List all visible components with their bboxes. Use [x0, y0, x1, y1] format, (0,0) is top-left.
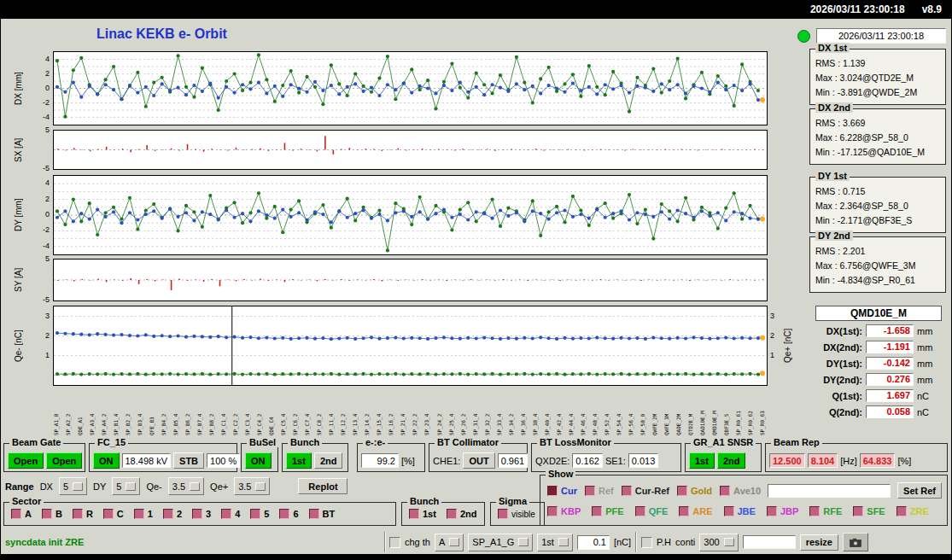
interval-select[interactable]: 300	[699, 534, 738, 551]
show-option-cur-ref[interactable]: Cur-Ref	[622, 486, 669, 496]
extra-input[interactable]	[743, 535, 796, 549]
qxd2e-label: QXD2E:	[535, 456, 569, 466]
bunch-option-2nd[interactable]: 2nd	[447, 509, 477, 519]
monitor-row-value: 0.276	[866, 373, 914, 386]
threshold-field[interactable]: 0.1	[577, 535, 610, 550]
fc15-stb-button[interactable]: STB	[173, 452, 204, 469]
show-sector-option-pfe[interactable]: PFE	[592, 506, 623, 516]
beam-gate-open1-button[interactable]: Open	[8, 452, 44, 469]
beam-gate-group: Beam Gate Open Open	[3, 443, 85, 472]
x-axis-device-label: SP_C3_4	[244, 386, 251, 435]
beam-gate-open2-button[interactable]: Open	[46, 452, 82, 469]
x-axis-device-label: SP_36_4	[520, 386, 527, 435]
ph-checkbox[interactable]	[641, 537, 652, 548]
show-sector-option-label: SFE	[867, 506, 885, 516]
show-sector-option-kbp[interactable]: KBP	[547, 506, 581, 516]
sector-option-4[interactable]: 4	[221, 509, 240, 519]
x-axis-device-label: SP_A4_2	[101, 386, 108, 435]
y-tick: 5	[24, 125, 50, 134]
status-toolbar: chg th A SP_A1_G 1st 0.1 [nC] P.H conti …	[389, 533, 868, 551]
bunch-2nd-button[interactable]: 2nd	[314, 452, 343, 469]
gr-a1-snsr-title: GR_A1 SNSR	[691, 437, 756, 447]
monitor-row: DY(1st):-0.142mm	[809, 357, 948, 370]
sector-option-b[interactable]: B	[42, 509, 62, 519]
busel-group: BuSel ON	[241, 443, 278, 472]
show-option-cur[interactable]: Cur	[547, 486, 577, 496]
ref-name-input[interactable]	[768, 484, 891, 498]
range-dx-select[interactable]: 5	[59, 477, 87, 495]
sector-option-a[interactable]: A	[11, 509, 32, 519]
show-sector-option-rfe[interactable]: RFE	[809, 506, 842, 516]
monitor-row-unit: mm	[917, 359, 932, 369]
chg-th-checkbox[interactable]	[389, 537, 400, 548]
sector-option-2[interactable]: 2	[163, 509, 182, 519]
snsr-2nd-button[interactable]: 2nd	[717, 452, 746, 469]
mode-value: A	[439, 537, 445, 547]
show-sector-option-qfe[interactable]: QFE	[635, 506, 669, 516]
y-tick: 2	[24, 331, 50, 340]
sigma-visible-checkbox[interactable]	[498, 509, 508, 519]
show-sector-option-jbp[interactable]: JBP	[767, 506, 798, 516]
fc15-on-button[interactable]: ON	[93, 452, 120, 469]
che1-out-button[interactable]: OUT	[463, 452, 494, 469]
x-axis-device-label: SP_A2_2	[65, 386, 72, 435]
sector-option-1[interactable]: 1	[134, 509, 153, 519]
snsr-1st-button[interactable]: 1st	[689, 452, 715, 469]
beam-gate-title: Beam Gate	[9, 437, 63, 447]
set-ref-button[interactable]: Set Ref	[897, 482, 942, 499]
monitor-row-value: 1.697	[866, 389, 914, 402]
monitor-row-label: DX(2nd):	[813, 342, 862, 353]
x-axis-device-labels: SP_A1_8SP_A2_2QDE_A1SP_A3_4SP_A4_2SP_B1_…	[53, 386, 766, 435]
x-axis-device-label: SP_33_4	[496, 386, 503, 435]
device-select[interactable]: SP_A1_G	[468, 534, 533, 551]
x-axis-device-label: SP_52_4	[604, 386, 610, 435]
sector-option-bt[interactable]: BT	[309, 509, 336, 519]
x-axis-device-label: SP_31_4	[472, 386, 479, 435]
sector-option-label: C	[117, 509, 124, 519]
bunch-1st-button[interactable]: 1st	[286, 452, 312, 469]
show-option-ref[interactable]: Ref	[585, 486, 614, 496]
show-sector-option-sfe[interactable]: SFE	[853, 506, 885, 516]
x-axis-device-label: SP_B6_2	[184, 386, 191, 435]
fc15-group: FC_15 ON 18.498 kV STB 100 %	[89, 443, 237, 472]
show-option-ave10[interactable]: Ave10	[720, 486, 761, 496]
checkbox-icon	[279, 509, 289, 519]
bunch-option-1st[interactable]: 1st	[409, 509, 436, 519]
sector-option-label: 1	[148, 509, 153, 519]
x-axis-device-label: SP_54_4	[616, 386, 622, 435]
range-qem-select[interactable]: 3.5	[168, 477, 204, 495]
sector-option-3[interactable]: 3	[192, 509, 211, 519]
range-dy-select[interactable]: 5	[112, 477, 140, 495]
busel-on-button[interactable]: ON	[245, 452, 272, 469]
y-tick: 2	[24, 195, 50, 203]
x-axis-device-label: SP_26_2	[460, 386, 467, 435]
replot-button[interactable]: Replot	[298, 478, 348, 494]
sector-option-c[interactable]: C	[103, 509, 124, 519]
show-sector-option-zre[interactable]: ZRE	[897, 506, 929, 516]
stats-line: Max : 3.024@QTD2E_M	[815, 71, 940, 85]
stats-line: Max : 6.228@SP_58_0	[815, 131, 940, 145]
beam-rep-value1: 12.500	[769, 453, 805, 468]
mode-select[interactable]: A	[435, 534, 464, 551]
sector-option-5[interactable]: 5	[250, 509, 269, 519]
range-qep-select[interactable]: 3.5	[234, 477, 270, 495]
bunch-select[interactable]: 1st	[537, 534, 573, 551]
sector-option-label: BT	[323, 509, 336, 519]
show-sector-option-are[interactable]: ARE	[679, 506, 712, 516]
x-axis-device-label: QFE_B3	[149, 386, 155, 435]
fc15-attenuation-display: 100 %	[207, 453, 240, 468]
show-sector-option-jbe[interactable]: JBE	[724, 506, 756, 516]
screenshot-button[interactable]	[843, 533, 868, 551]
show-row2: KBPPFEQFEAREJBEJBPRFESFEZRE	[547, 506, 929, 516]
show-option-gold[interactable]: Gold	[677, 486, 712, 496]
monitor-row-unit: nC	[917, 391, 929, 401]
qxd2e-value-display: 0.162	[572, 453, 603, 468]
sector-option-6[interactable]: 6	[279, 509, 298, 519]
sector-option-r[interactable]: R	[73, 509, 93, 519]
bt-collimator-group: BT Collimator CHE1: OUT 0.961	[429, 443, 528, 472]
monitor-row-label: Q(2nd):	[813, 407, 862, 417]
resize-button[interactable]: resize	[800, 534, 838, 551]
stats-line: Max : 2.364@SP_58_0	[815, 199, 940, 213]
show-sector-option-label: JBE	[738, 506, 756, 516]
x-axis-device-label: SP_38_4	[532, 386, 539, 435]
